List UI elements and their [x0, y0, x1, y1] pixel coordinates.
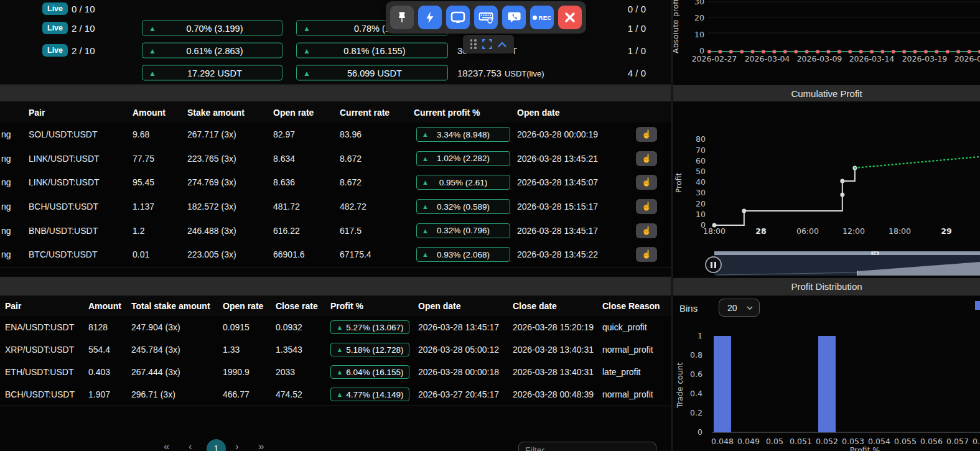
trade-side-fragment: ng	[1, 129, 11, 139]
svg-text:Profit: Profit	[674, 173, 683, 193]
svg-text:0.054: 0.054	[868, 437, 890, 446]
screen-button[interactable]	[446, 6, 470, 29]
profit-distribution-chart: 00.20.40.60.810.0480.0490.050.0510.0520.…	[673, 318, 980, 451]
open-trades-panel-handle[interactable]	[0, 85, 671, 102]
trade-pair: SOL/USDT:USDT	[29, 129, 97, 139]
profit-value: 6.04% (16.155)	[346, 368, 403, 377]
cumulative-profit-chart: 0102030405060708018:002806:0012:0018:002…	[673, 102, 980, 251]
pagination-last-button[interactable]: »	[258, 440, 264, 451]
pagination-next-button[interactable]: ›	[235, 440, 239, 451]
trade-pair: BCH/USDT:USDT	[5, 389, 75, 399]
svg-text:29: 29	[941, 226, 951, 236]
datazoom-track[interactable]	[714, 251, 980, 255]
profit-value: 0.32% (0.796)	[437, 226, 490, 235]
svg-text:0.6: 0.6	[690, 370, 702, 379]
pin-button[interactable]	[390, 6, 414, 29]
profit-distribution-svg: 00.20.40.60.810.0480.0490.050.0510.0520.…	[673, 318, 980, 451]
column-header: Profit %	[330, 301, 363, 311]
trade-open-rate: 66901.6	[273, 249, 305, 259]
pagination-prev-button[interactable]: ‹	[189, 440, 192, 451]
open-trade-row: ngBNB/USDT:USDT1.2246.488 (3x)616.22617.…	[0, 218, 671, 243]
svg-text:1: 1	[698, 331, 702, 340]
svg-text:80: 80	[696, 134, 706, 144]
open-trades-header-row: PairAmountStake amountOpen rateCurrent r…	[0, 102, 671, 123]
chevron-up-icon[interactable]	[498, 42, 506, 47]
column-header: Close Reason	[602, 301, 660, 311]
total-profit-badge-value: 0.81% (16.155)	[310, 45, 447, 55]
trade-actions-button[interactable]: ☝	[636, 175, 657, 190]
histogram-legend-swatch[interactable]	[975, 301, 980, 310]
trade-close-date: 2026-03-28 13:40:31	[513, 345, 594, 355]
svg-text:0.058: 0.058	[973, 437, 980, 446]
live-badge: Live	[42, 2, 68, 15]
profit-value: 1.02% (2.282)	[437, 154, 490, 163]
trade-amount: 1.907	[88, 389, 110, 399]
trade-close-rate: 474.52	[276, 389, 302, 399]
profit-badge: ▲0.32% (0.589)	[416, 199, 510, 214]
trade-actions-button[interactable]: ☝	[636, 223, 657, 238]
trade-amount: 8128	[88, 322, 108, 332]
chart-datazoom[interactable]	[714, 251, 980, 276]
trade-close-rate: 0.0932	[276, 322, 302, 332]
trade-stake: 247.904 (3x)	[131, 322, 180, 332]
drag-handle-icon[interactable]	[470, 39, 477, 49]
trade-close-reason: late_profit	[602, 367, 640, 377]
up-arrow-icon: ▲	[336, 391, 343, 398]
svg-text:0.049: 0.049	[737, 437, 760, 446]
live-badge: Live	[42, 44, 68, 57]
svg-text:2026-03-24: 2026-03-24	[954, 54, 980, 63]
column-header: Close rate	[276, 301, 318, 311]
svg-text:0: 0	[698, 427, 702, 437]
closed-profit-badge-value: 17.292 USDT	[156, 68, 282, 78]
svg-text:2026-02-27: 2026-02-27	[692, 54, 737, 63]
bins-dropdown[interactable]: 20	[719, 299, 760, 317]
trade-actions-button[interactable]: ☝	[636, 151, 657, 166]
up-arrow-icon: ▲	[303, 24, 310, 32]
datazoom-grip[interactable]	[871, 251, 879, 255]
column-header: Current profit %	[414, 108, 480, 118]
cumulative-profit-svg: 0102030405060708018:002806:0012:0018:002…	[673, 102, 980, 251]
filter-input[interactable]	[518, 442, 656, 451]
column-header: Amount	[88, 301, 121, 311]
profit-value: 0.32% (0.589)	[437, 202, 490, 212]
chat-button[interactable]	[502, 6, 526, 29]
trade-actions-button[interactable]: ☝	[636, 247, 657, 262]
flash-button[interactable]	[418, 6, 442, 29]
recorder-toolbar: REC	[386, 1, 586, 34]
record-button[interactable]: REC	[530, 6, 554, 29]
trade-open-date: 2026-03-28 13:45:17	[418, 322, 499, 332]
trade-open-rate: 616.22	[273, 226, 300, 236]
profit-badge: ▲1.02% (2.282)	[416, 151, 510, 166]
pagination-first-button[interactable]: «	[164, 440, 169, 451]
balance-unit: USDT(live)	[505, 69, 544, 78]
trade-actions-button[interactable]: ☝	[636, 127, 657, 142]
trade-open-rate: 466.77	[223, 389, 250, 399]
closed-profit-badge: ▲17.292 USDT	[142, 65, 282, 81]
close-recorder-button[interactable]	[558, 6, 582, 29]
lightning-icon	[423, 11, 437, 24]
total-profit-badge-value: 56.099 USDT	[310, 68, 447, 78]
closed-profit-badge: ▲0.70% (3.199)	[142, 21, 282, 36]
win-loss-count: 1 / 0	[602, 23, 646, 34]
closed-profit-badge: ▲0.61% (2.863)	[142, 43, 282, 58]
trading-dashboard: Live0 / 100 / 0Live2 / 10▲0.70% (3.199)▲…	[0, 0, 980, 451]
svg-text:0.052: 0.052	[816, 437, 838, 446]
trade-pair: BCH/USDT:USDT	[29, 202, 98, 212]
trade-pair: ETH/USDT:USDT	[5, 367, 73, 377]
cumulative-profit-header: Cumulative Profit	[673, 85, 980, 102]
trade-actions-button[interactable]: ☝	[636, 199, 657, 214]
pagination-current-page[interactable]: 1	[207, 439, 226, 451]
trade-amount: 554.4	[88, 345, 110, 355]
svg-text:30: 30	[694, 0, 704, 6]
svg-text:12:00: 12:00	[842, 226, 865, 236]
trade-open-date: 2026-03-28 05:00:12	[418, 345, 499, 355]
svg-text:0.055: 0.055	[894, 437, 917, 446]
fullscreen-icon[interactable]	[482, 39, 492, 49]
keyboard-button[interactable]	[474, 6, 498, 29]
profit-badge: ▲0.93% (2.068)	[416, 247, 510, 262]
closed-trades-panel-handle[interactable]	[0, 276, 671, 296]
trade-amount: 1.2	[133, 226, 144, 236]
column-header: Open date	[517, 108, 559, 118]
chart-pause-button[interactable]	[705, 256, 722, 273]
trade-pair: ENA/USDT:USDT	[5, 322, 74, 332]
